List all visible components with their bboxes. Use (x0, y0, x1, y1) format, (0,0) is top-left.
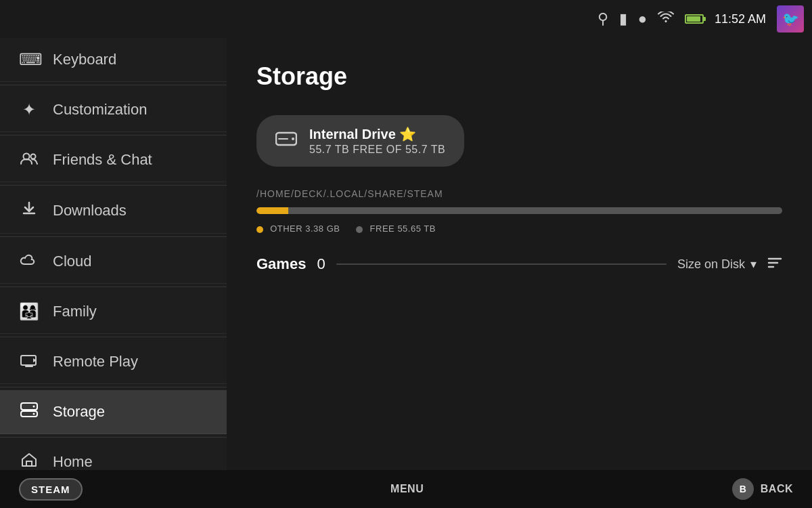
sidebar-item-storage[interactable]: Storage (0, 390, 227, 434)
sort-lines-icon[interactable] (767, 257, 782, 272)
drive-name: Internal Drive ⭐ (309, 126, 445, 142)
friends-icon (19, 150, 39, 169)
svg-point-2 (31, 154, 36, 159)
games-sort-label: Size on Disk (677, 257, 745, 272)
bottombar: STEAM MENU B BACK (0, 470, 812, 508)
svg-point-5 (33, 406, 35, 408)
legend-dot-other (256, 226, 263, 233)
sidebar-label-remoteplay: Remote Play (53, 353, 138, 371)
wifi-icon (658, 10, 674, 28)
customization-icon: ✦ (19, 100, 39, 119)
games-separator-line (336, 263, 667, 265)
downloads-icon (19, 200, 39, 221)
sidebar-label-home: Home (53, 453, 93, 470)
page-title: Storage (256, 62, 782, 91)
sidebar-item-downloads[interactable]: Downloads (0, 188, 227, 234)
sidebar-label-customization: Customization (53, 101, 147, 119)
games-row: Games 0 Size on Disk ▾ (256, 255, 782, 273)
family-icon: 👨‍👩‍👧 (19, 302, 39, 321)
keyboard-icon: ⌨ (19, 50, 39, 69)
legend-free: FREE 55.65 TB (356, 224, 435, 234)
battery-icon (685, 14, 704, 24)
topbar: ⚲ ▮ ● 11:52 AM 🐦 (0, 0, 812, 38)
menu-label: MENU (390, 483, 424, 495)
steam-menu-button[interactable]: STEAM (19, 478, 83, 501)
legend-dot-free (356, 226, 363, 233)
storage-legend: OTHER 3.38 GB FREE 55.65 TB (256, 224, 782, 234)
sidebar-item-home[interactable]: Home (0, 440, 227, 470)
sidebar-item-friends[interactable]: Friends & Chat (0, 138, 227, 182)
svg-rect-8 (26, 461, 32, 466)
games-sort-dropdown[interactable]: Size on Disk ▾ (677, 257, 757, 272)
chevron-down-icon: ▾ (750, 257, 757, 272)
sidebar-label-family: Family (53, 303, 97, 320)
remoteplay-icon (19, 352, 39, 371)
drive-card[interactable]: Internal Drive ⭐ 55.7 TB FREE OF 55.7 TB (256, 115, 464, 167)
games-count: 0 (317, 255, 325, 273)
legend-other: OTHER 3.38 GB (256, 224, 340, 234)
drive-icon (275, 130, 297, 152)
drive-info: Internal Drive ⭐ 55.7 TB FREE OF 55.7 TB (309, 126, 445, 156)
store-icon[interactable]: ▮ (619, 10, 627, 28)
home-icon (19, 452, 39, 470)
svg-point-7 (33, 413, 35, 415)
sidebar-item-customization[interactable]: ✦ Customization (0, 88, 227, 132)
back-button[interactable]: B (732, 478, 754, 500)
drive-path: /HOME/DECK/.LOCAL/SHARE/STEAM (256, 188, 782, 199)
svg-point-14 (292, 137, 294, 140)
svg-point-0 (664, 20, 667, 22)
user-avatar[interactable]: 🐦 (777, 5, 804, 33)
drive-free-text: 55.7 TB FREE OF 55.7 TB (309, 144, 445, 156)
back-group: B BACK (732, 478, 793, 500)
sidebar: ⌨ Keyboard ✦ Customization Friends & Cha… (0, 38, 227, 470)
search-icon[interactable]: ⚲ (597, 10, 608, 28)
sidebar-label-storage: Storage (53, 403, 105, 421)
sidebar-label-friends: Friends & Chat (53, 151, 152, 169)
sidebar-label-downloads: Downloads (53, 202, 127, 219)
sidebar-item-family[interactable]: 👨‍👩‍👧 Family (0, 290, 227, 334)
sidebar-item-remoteplay[interactable]: Remote Play (0, 340, 227, 384)
sidebar-item-keyboard[interactable]: ⌨ Keyboard (0, 38, 227, 82)
sidebar-item-cloud[interactable]: Cloud (0, 240, 227, 284)
notifications-icon[interactable]: ● (638, 10, 647, 28)
sidebar-label-cloud: Cloud (53, 253, 91, 270)
storage-icon (19, 402, 39, 421)
steam-label: STEAM (31, 484, 70, 495)
sidebar-label-keyboard: Keyboard (53, 51, 116, 68)
back-label: BACK (761, 483, 793, 495)
storage-bar-free (288, 207, 782, 214)
content-area: Storage Internal Drive ⭐ 55.7 TB FREE OF… (227, 38, 812, 470)
storage-bar-other (256, 207, 288, 214)
clock: 11:52 AM (715, 12, 766, 26)
cloud-icon (19, 252, 39, 271)
storage-bar (256, 207, 782, 214)
main-layout: ⌨ Keyboard ✦ Customization Friends & Cha… (0, 38, 812, 470)
games-label: Games (256, 255, 306, 273)
